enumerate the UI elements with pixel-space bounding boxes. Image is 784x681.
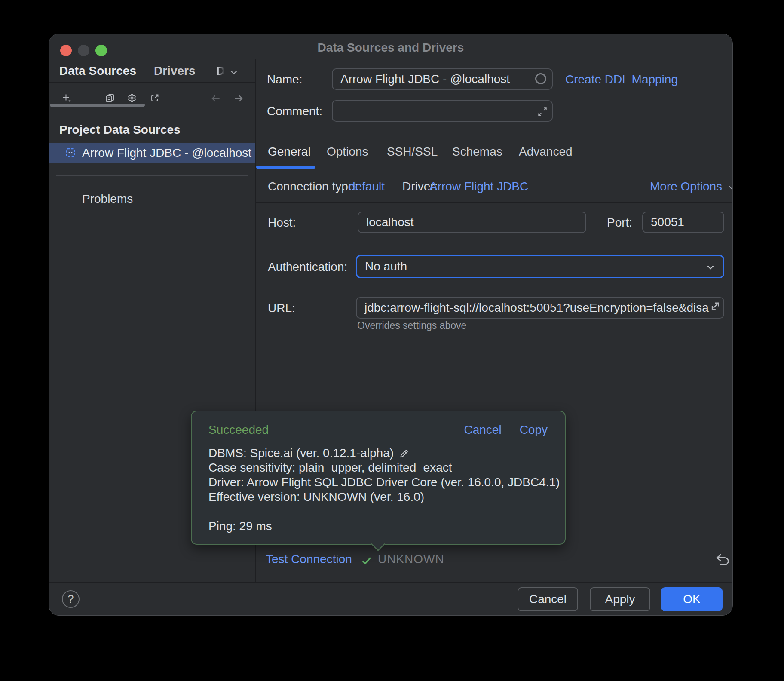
tab-general[interactable]: General [268,145,311,159]
add-data-source-icon[interactable] [61,93,72,103]
url-label: URL: [268,301,295,315]
expand-icon[interactable] [536,106,548,118]
problems-item[interactable]: Problems [82,192,133,206]
tab-schemas[interactable]: Schemas [452,145,502,159]
apply-button[interactable]: Apply [590,587,650,611]
driver-value-link[interactable]: Arrow Flight JDBC [429,180,528,193]
form-tab-strip: General Options SSH/SSL Schemas Advanced [255,142,733,203]
tab-advanced[interactable]: Advanced [519,145,573,159]
host-value: localhost [366,215,414,229]
remove-data-source-icon[interactable] [83,93,93,103]
popup-pointer [371,537,385,551]
data-sources-dialog: Data Sources and Drivers Data Sources Dr… [49,34,733,616]
tab-options[interactable]: Options [327,145,368,159]
more-options-label: More Options [650,180,722,193]
expand-icon[interactable] [707,300,722,314]
loading-ring-icon [535,73,546,84]
authentication-select[interactable]: No auth [356,255,724,278]
footer-divider [49,582,732,583]
title-bar: Data Sources and Drivers [49,34,732,59]
popup-details: DBMS: Spice.ai (ver. 0.12.1-alpha) Case … [208,446,560,534]
help-button[interactable]: ? [62,590,80,608]
check-icon [360,554,373,567]
host-input[interactable]: localhost [358,212,586,233]
tab-data-sources[interactable]: Data Sources [59,64,136,78]
test-connection-result-popup: Succeeded Cancel Copy DBMS: Spice.ai (ve… [191,411,566,545]
chevron-down-icon [705,262,716,273]
comment-input[interactable] [332,100,553,122]
help-question-mark: ? [68,593,74,605]
back-arrow-icon[interactable] [210,93,221,104]
pencil-icon[interactable] [398,448,410,460]
comment-label: Comment: [267,104,322,118]
project-data-sources-header: Project Data Sources [59,123,181,137]
case-sensitivity-line: Case sensitivity: plain=upper, delimited… [208,460,560,475]
dbms-line: DBMS: Spice.ai (ver. 0.12.1-alpha) [208,446,394,460]
url-hint: Overrides settings above [357,320,466,331]
sidebar-toolbar [49,83,255,112]
popup-copy-link[interactable]: Copy [520,423,548,437]
url-value: jdbc:arrow-flight-sql://localhost:50051?… [364,301,709,315]
data-source-icon [65,147,76,158]
cancel-button[interactable]: Cancel [518,587,578,611]
name-value: Arrow Flight JDBC - @localhost [340,72,510,86]
tree-item-arrow-flight[interactable]: Arrow Flight JDBC - @localhost [49,143,255,163]
popup-cancel-link[interactable]: Cancel [464,423,501,437]
test-connection-link[interactable]: Test Connection [266,552,352,566]
dialog-title: Data Sources and Drivers [49,41,732,55]
duplicate-icon[interactable] [105,93,115,103]
active-form-tab-indicator [256,166,315,169]
name-input[interactable]: Arrow Flight JDBC - @localhost [332,68,553,90]
status-succeeded: Succeeded [208,423,269,437]
authentication-label: Authentication: [268,260,347,274]
chevron-down-icon[interactable] [228,67,239,78]
port-value: 50051 [651,215,684,229]
sidebar-tab-strip: Data Sources Drivers D [49,59,255,83]
effective-version-line: Effective version: UNKNOWN (ver. 16.0) [208,490,560,504]
driver-line: Driver: Arrow Flight SQL JDBC Driver Cor… [208,475,560,490]
ping-line: Ping: 29 ms [208,519,560,534]
gear-icon[interactable] [127,93,137,103]
port-label: Port: [607,216,632,230]
host-label: Host: [268,216,296,230]
authentication-value: No auth [365,260,407,273]
chevron-down-icon [726,182,733,193]
name-label: Name: [267,73,302,86]
sidebar-divider [56,175,248,176]
external-link-icon[interactable] [150,93,160,103]
connection-type-label: Connection type: [268,180,358,193]
connection-status-text: UNKNOWN [378,552,444,566]
create-ddl-mapping-link[interactable]: Create DDL Mapping [565,73,678,86]
tab-overflow-truncated[interactable]: D [216,64,225,78]
url-input[interactable]: jdbc:arrow-flight-sql://localhost:50051?… [356,297,724,319]
tab-ssh-ssl[interactable]: SSH/SSL [387,145,438,159]
tab-drivers[interactable]: Drivers [154,64,196,78]
connection-type-value[interactable]: default [349,180,385,193]
more-options-link[interactable]: More Options [650,180,733,193]
tree-item-label: Arrow Flight JDBC - @localhost [82,146,251,160]
ok-button[interactable]: OK [661,587,723,611]
port-input[interactable]: 50051 [642,212,724,233]
forward-arrow-icon[interactable] [233,93,244,104]
undo-icon[interactable] [714,552,731,567]
